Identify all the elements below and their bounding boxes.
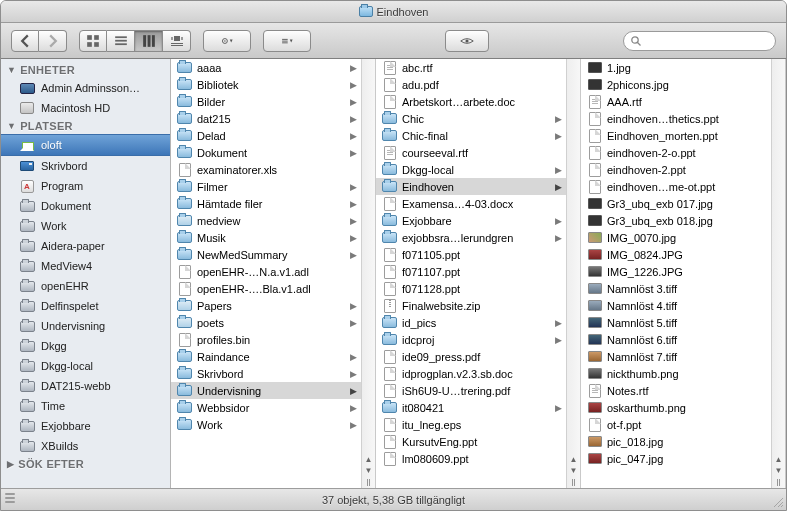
- sidebar-item[interactable]: Skrivbord: [1, 156, 170, 176]
- scroll-up-icon[interactable]: ▲: [774, 454, 784, 464]
- scrollbar[interactable]: ▲▼||: [771, 59, 785, 488]
- list-item[interactable]: eindhoven-2.ppt: [581, 161, 771, 178]
- list-item[interactable]: Hämtade filer▶: [171, 195, 361, 212]
- action-menu-button[interactable]: [203, 30, 251, 52]
- sidebar-item[interactable]: Work: [1, 216, 170, 236]
- sidebar-item[interactable]: Dkgg: [1, 336, 170, 356]
- scroll-up-icon[interactable]: ▲: [569, 454, 579, 464]
- titlebar[interactable]: Eindhoven: [1, 1, 786, 23]
- column-resize-icon[interactable]: ||: [569, 476, 579, 486]
- sidebar-item[interactable]: Time: [1, 396, 170, 416]
- list-item[interactable]: idcproj▶: [376, 331, 566, 348]
- disclosure-triangle-icon[interactable]: ▶: [7, 459, 14, 469]
- list-item[interactable]: Musik▶: [171, 229, 361, 246]
- list-item[interactable]: Dkgg-local▶: [376, 161, 566, 178]
- list-item[interactable]: IMG_1226.JPG: [581, 263, 771, 280]
- list-item[interactable]: Namnlöst 7.tiff: [581, 348, 771, 365]
- list-item[interactable]: Namnlöst 6.tiff: [581, 331, 771, 348]
- sidebar-section-header[interactable]: ▼PLATSER: [1, 118, 170, 134]
- scroll-down-icon[interactable]: ▼: [364, 465, 374, 475]
- list-item[interactable]: Bilder▶: [171, 93, 361, 110]
- list-item[interactable]: KursutvEng.ppt: [376, 433, 566, 450]
- list-item[interactable]: Dokument▶: [171, 144, 361, 161]
- list-item[interactable]: ide09_press.pdf: [376, 348, 566, 365]
- scroll-down-icon[interactable]: ▼: [569, 465, 579, 475]
- column-resize-icon[interactable]: ||: [364, 476, 374, 486]
- scroll-up-icon[interactable]: ▲: [364, 454, 374, 464]
- list-item[interactable]: 2phicons.jpg: [581, 76, 771, 93]
- list-item[interactable]: poets▶: [171, 314, 361, 331]
- list-item[interactable]: Papers▶: [171, 297, 361, 314]
- list-item[interactable]: Notes.rtf: [581, 382, 771, 399]
- list-item[interactable]: Arbetskort…arbete.doc: [376, 93, 566, 110]
- list-item[interactable]: IMG_0824.JPG: [581, 246, 771, 263]
- search-field[interactable]: [623, 31, 776, 51]
- list-item[interactable]: examinatorer.xls: [171, 161, 361, 178]
- list-item[interactable]: Chic-final▶: [376, 127, 566, 144]
- column-list[interactable]: aaaa▶Bibliotek▶Bilder▶dat215▶Delad▶Dokum…: [171, 59, 361, 488]
- sidebar[interactable]: ▼ENHETERAdmin Adminsson…Macintosh HD▼PLA…: [1, 59, 171, 488]
- sidebar-section-header[interactable]: ▶SÖK EFTER: [1, 456, 170, 472]
- list-item[interactable]: medview▶: [171, 212, 361, 229]
- list-item[interactable]: Filmer▶: [171, 178, 361, 195]
- list-item[interactable]: Exjobbare▶: [376, 212, 566, 229]
- list-item[interactable]: Eindhoven_morten.ppt: [581, 127, 771, 144]
- sidebar-item[interactable]: Dkgg-local: [1, 356, 170, 376]
- list-item[interactable]: 1.jpg: [581, 59, 771, 76]
- list-item[interactable]: Namnlöst 4.tiff: [581, 297, 771, 314]
- list-item[interactable]: it080421▶: [376, 399, 566, 416]
- list-item[interactable]: nickthumb.png: [581, 365, 771, 382]
- list-item[interactable]: Delad▶: [171, 127, 361, 144]
- list-item[interactable]: NewMedSummary▶: [171, 246, 361, 263]
- column-list[interactable]: abc.rtfadu.pdfArbetskort…arbete.docChic▶…: [376, 59, 566, 488]
- list-item[interactable]: itu_lneg.eps: [376, 416, 566, 433]
- sidebar-item[interactable]: Undervisning: [1, 316, 170, 336]
- list-item[interactable]: pic_047.jpg: [581, 450, 771, 467]
- list-item[interactable]: Gr3_ubq_exb 018.jpg: [581, 212, 771, 229]
- list-item[interactable]: Undervisning▶: [171, 382, 361, 399]
- sidebar-item[interactable]: Program: [1, 176, 170, 196]
- resize-grip-icon[interactable]: [772, 496, 784, 508]
- scrollbar[interactable]: ▲▼||: [566, 59, 580, 488]
- list-item[interactable]: Raindance▶: [171, 348, 361, 365]
- list-item[interactable]: eindhoven…me-ot.ppt: [581, 178, 771, 195]
- list-item[interactable]: dat215▶: [171, 110, 361, 127]
- list-item[interactable]: Namnlöst 3.tiff: [581, 280, 771, 297]
- list-item[interactable]: Work▶: [171, 416, 361, 433]
- sidebar-item[interactable]: Delfinspelet: [1, 296, 170, 316]
- back-button[interactable]: [11, 30, 39, 52]
- forward-button[interactable]: [39, 30, 67, 52]
- list-item[interactable]: idprogplan.v2.3.sb.doc: [376, 365, 566, 382]
- list-item[interactable]: Eindhoven▶: [376, 178, 566, 195]
- list-item[interactable]: f071128.ppt: [376, 280, 566, 297]
- sidebar-section-header[interactable]: ▼ENHETER: [1, 62, 170, 78]
- column-resize-icon[interactable]: ||: [774, 476, 784, 486]
- list-item[interactable]: IMG_0070.jpg: [581, 229, 771, 246]
- sidebar-item[interactable]: openEHR: [1, 276, 170, 296]
- quicklook-button[interactable]: [445, 30, 489, 52]
- list-item[interactable]: id_pics▶: [376, 314, 566, 331]
- column-view-button[interactable]: [135, 30, 163, 52]
- list-item[interactable]: lm080609.ppt: [376, 450, 566, 467]
- list-item[interactable]: aaaa▶: [171, 59, 361, 76]
- list-item[interactable]: openEHR-….Bla.v1.adl: [171, 280, 361, 297]
- list-item[interactable]: Examensa…4-03.docx: [376, 195, 566, 212]
- search-input[interactable]: [646, 35, 769, 47]
- disclosure-triangle-icon[interactable]: ▼: [7, 65, 16, 75]
- arrange-menu-button[interactable]: [263, 30, 311, 52]
- scrollbar[interactable]: ▲▼||: [361, 59, 375, 488]
- list-item[interactable]: oskarthumb.png: [581, 399, 771, 416]
- sidebar-item[interactable]: Dokument: [1, 196, 170, 216]
- list-item[interactable]: Bibliotek▶: [171, 76, 361, 93]
- sidebar-item[interactable]: MedView4: [1, 256, 170, 276]
- list-item[interactable]: abc.rtf: [376, 59, 566, 76]
- list-item[interactable]: Finalwebsite.zip: [376, 297, 566, 314]
- list-item[interactable]: Webbsidor▶: [171, 399, 361, 416]
- coverflow-view-button[interactable]: [163, 30, 191, 52]
- list-view-button[interactable]: [107, 30, 135, 52]
- list-item[interactable]: f071107.ppt: [376, 263, 566, 280]
- disclosure-triangle-icon[interactable]: ▼: [7, 121, 16, 131]
- icon-view-button[interactable]: [79, 30, 107, 52]
- list-item[interactable]: exjobbsra…lerundgren▶: [376, 229, 566, 246]
- list-item[interactable]: f071105.ppt: [376, 246, 566, 263]
